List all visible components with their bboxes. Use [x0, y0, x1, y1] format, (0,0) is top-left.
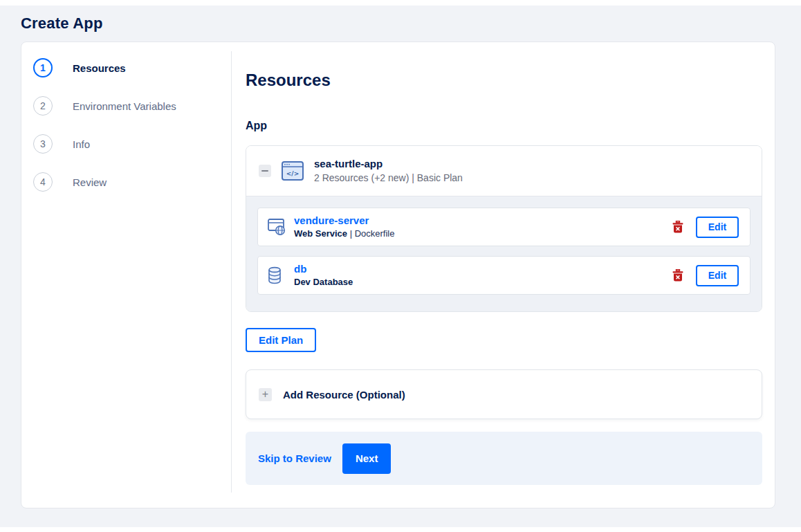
delete-resource-button[interactable] [672, 269, 683, 282]
resource-row: vendure-server Web Service | Dockerfile [257, 208, 751, 246]
step-1-label: Resources [73, 62, 126, 74]
add-resource-label: Add Resource (Optional) [283, 389, 405, 401]
step-4-label: Review [73, 176, 107, 188]
collapse-button[interactable] [259, 165, 271, 177]
step-3-circle: 3 [33, 134, 53, 154]
step-1-circle: 1 [33, 58, 53, 77]
bottom-strip [0, 527, 801, 532]
top-strip [0, 0, 801, 6]
next-button[interactable]: Next [342, 443, 392, 474]
app-section-label: App [246, 120, 762, 132]
delete-resource-button[interactable] [672, 221, 683, 234]
step-2-circle: 2 [33, 96, 53, 116]
app-name: sea-turtle-app [314, 158, 463, 170]
wizard-footer: Skip to Review Next [246, 432, 762, 485]
svg-text:</>: </> [286, 170, 299, 177]
step-environment-variables[interactable]: 2 Environment Variables [33, 96, 231, 116]
resources-heading: Resources [246, 71, 762, 89]
web-service-icon [268, 218, 286, 236]
app-group-body: vendure-server Web Service | Dockerfile [246, 196, 762, 311]
skip-to-review-link[interactable]: Skip to Review [258, 452, 331, 464]
add-resource-section[interactable]: + Add Resource (Optional) [246, 369, 762, 419]
edit-resource-button[interactable]: Edit [696, 217, 739, 238]
step-review[interactable]: 4 Review [33, 172, 231, 192]
database-icon [268, 266, 286, 284]
edit-resource-button[interactable]: Edit [696, 265, 739, 286]
edit-plan-button[interactable]: Edit Plan [246, 328, 316, 352]
app-window-code-icon: </> [282, 161, 304, 181]
resource-subtitle: Web Service | Dockerfile [294, 228, 395, 239]
app-summary: 2 Resources (+2 new) | Basic Plan [314, 172, 463, 184]
resources-panel: Resources App </> [232, 42, 775, 508]
step-4-circle: 4 [33, 172, 53, 192]
step-info[interactable]: 3 Info [33, 134, 231, 154]
minus-icon [261, 170, 268, 172]
resource-row: db Dev Database Edit [257, 256, 751, 295]
wizard-stepper: 1 Resources 2 Environment Variables 3 In… [21, 42, 231, 508]
resource-name-link[interactable]: db [294, 263, 353, 275]
app-group: </> sea-turtle-app 2 Resources (+2 new) … [246, 145, 762, 312]
create-app-card: 1 Resources 2 Environment Variables 3 In… [21, 42, 775, 508]
step-3-label: Info [73, 138, 90, 150]
step-2-label: Environment Variables [73, 100, 176, 112]
resource-subtitle: Dev Database [294, 277, 353, 288]
plus-icon: + [259, 388, 272, 401]
step-resources[interactable]: 1 Resources [33, 58, 231, 77]
page-title: Create App [21, 15, 801, 33]
app-group-header: </> sea-turtle-app 2 Resources (+2 new) … [246, 146, 762, 196]
resource-name-link[interactable]: vendure-server [294, 214, 395, 226]
